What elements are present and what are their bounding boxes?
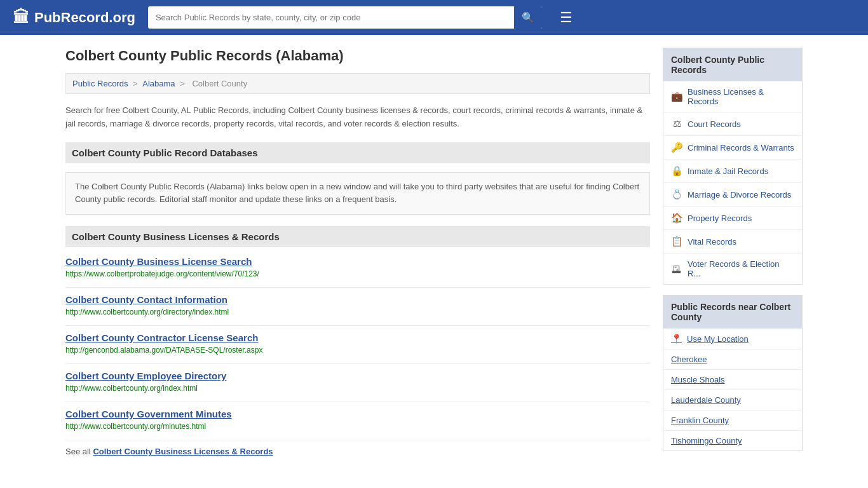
sidebar-public-records-header: Colbert County Public Records [663,48,802,81]
sidebar-nearby-box: Public Records near Colbert County 📍 Use… [663,295,803,451]
sidebar-item-label-criminal: Criminal Records & Warrants [688,143,794,152]
divider-1 [65,287,650,288]
house-icon: 🏠 [671,212,682,224]
sidebar-nearby-label-franklin: Franklin County [671,416,729,425]
sidebar-nearby-label-muscle-shoals: Muscle Shoals [671,375,725,384]
record-title-minutes[interactable]: Colbert County Government Minutes [65,409,650,419]
record-title-contact[interactable]: Colbert County Contact Information [65,294,650,305]
business-section-header: Colbert County Business Licenses & Recor… [65,226,650,247]
divider-2 [65,325,650,326]
sidebar-item-label-vital: Vital Records [688,237,736,247]
see-all-link[interactable]: Colbert County Business Licenses & Recor… [93,447,273,456]
main-container: Colbert County Public Records (Alabama) … [53,35,815,474]
sidebar-item-label-court: Court Records [688,119,741,129]
sidebar-item-label-business: Business Licenses & Records [688,87,794,106]
databases-description: The Colbert County Public Records (Alaba… [65,172,650,215]
sidebar-item-label-inmate: Inmate & Jail Records [688,166,768,176]
site-header: 🏛 PubRecord.org 🔍 ☰ [0,0,868,35]
sidebar-public-records-box: Colbert County Public Records 💼 Business… [663,48,803,285]
sidebar-item-criminal-records[interactable]: 🔑 Criminal Records & Warrants [663,136,802,159]
record-item-business-license: Colbert County Business License Search h… [65,256,650,278]
hamburger-button[interactable]: ☰ [560,10,573,26]
sidebar: Colbert County Public Records 💼 Business… [663,48,803,461]
record-url-business-license[interactable]: https://www.colbertprobatejudge.org/cont… [65,269,259,278]
databases-section-header: Colbert County Public Record Databases [65,142,650,163]
record-url-contact[interactable]: http://www.colbertcounty.org/directory/i… [65,308,229,316]
see-all-section: See all Colbert County Business Licenses… [65,447,650,456]
sidebar-item-business-licenses[interactable]: 💼 Business Licenses & Records [663,81,802,112]
breadcrumb-link-alabama[interactable]: Alabama [142,79,175,88]
sidebar-item-marriage-records[interactable]: 💍 Marriage & Divorce Records [663,183,802,207]
breadcrumb-link-public-records[interactable]: Public Records [72,79,128,88]
breadcrumb-current: Colbert County [192,79,247,88]
divider-4 [65,402,650,402]
breadcrumb: Public Records > Alabama > Colbert Count… [65,73,650,94]
sidebar-item-tishomingo[interactable]: Tishomingo County [663,431,802,451]
logo-icon: 🏛 [13,8,29,27]
record-item-employee: Colbert County Employee Directory http:/… [65,370,650,393]
key-icon: 🔑 [671,142,682,153]
search-button[interactable]: 🔍 [514,6,542,29]
sidebar-item-use-location[interactable]: 📍 Use My Location [663,329,802,349]
sidebar-item-lauderdale[interactable]: Lauderdale County [663,390,802,410]
briefcase-icon: 💼 [671,91,682,102]
search-bar: 🔍 [148,6,542,29]
location-icon: 📍 [671,334,682,344]
record-url-contractor[interactable]: http://genconbd.alabama.gov/DATABASE-SQL… [65,346,262,355]
sidebar-item-label-property: Property Records [688,214,752,223]
divider-3 [65,363,650,364]
content-area: Colbert County Public Records (Alabama) … [65,48,650,461]
sidebar-item-voter-records[interactable]: 🗳 Voter Records & Election R... [663,254,802,284]
sidebar-item-label-marriage: Marriage & Divorce Records [688,190,791,200]
sidebar-item-inmate-records[interactable]: 🔒 Inmate & Jail Records [663,159,802,183]
sidebar-item-label-voter: Voter Records & Election R... [688,259,794,278]
sidebar-nearby-label-tishomingo: Tishomingo County [671,436,742,445]
sidebar-item-franklin[interactable]: Franklin County [663,410,802,431]
sidebar-nearby-label-location: Use My Location [687,334,749,344]
breadcrumb-separator-2: > [180,79,187,88]
record-title-contractor[interactable]: Colbert County Contractor License Search [65,332,650,343]
sidebar-item-court-records[interactable]: ⚖ Court Records [663,112,802,136]
record-item-contact: Colbert County Contact Information http:… [65,294,650,316]
logo-link[interactable]: 🏛 PubRecord.org [13,8,135,27]
record-title-employee[interactable]: Colbert County Employee Directory [65,370,650,381]
logo-text: PubRecord.org [34,10,135,26]
ballot-icon: 🗳 [671,264,682,274]
see-all-text: See all [65,447,91,456]
record-item-minutes: Colbert County Government Minutes http:/… [65,409,650,431]
lock-icon: 🔒 [671,165,682,177]
scales-icon: ⚖ [671,118,682,130]
page-title: Colbert County Public Records (Alabama) [65,48,650,64]
page-description: Search for free Colbert County, AL Publi… [65,104,650,131]
sidebar-nearby-label-cherokee: Cherokee [671,355,707,364]
clipboard-icon: 📋 [671,236,682,247]
sidebar-item-muscle-shoals[interactable]: Muscle Shoals [663,370,802,390]
record-url-employee[interactable]: http://www.colbertcounty.org/index.html [65,384,198,393]
sidebar-item-vital-records[interactable]: 📋 Vital Records [663,230,802,254]
record-item-contractor: Colbert County Contractor License Search… [65,332,650,355]
sidebar-item-property-records[interactable]: 🏠 Property Records [663,207,802,230]
breadcrumb-separator-1: > [133,79,140,88]
sidebar-item-cherokee[interactable]: Cherokee [663,349,802,370]
ring-icon: 💍 [671,189,682,200]
search-input[interactable] [148,8,514,27]
record-url-minutes[interactable]: http://www.colbertcounty.org/minutes.htm… [65,422,206,431]
sidebar-nearby-label-lauderdale: Lauderdale County [671,395,741,405]
record-title-business-license[interactable]: Colbert County Business License Search [65,256,650,267]
divider-5 [65,440,650,440]
sidebar-nearby-header: Public Records near Colbert County [663,295,802,329]
